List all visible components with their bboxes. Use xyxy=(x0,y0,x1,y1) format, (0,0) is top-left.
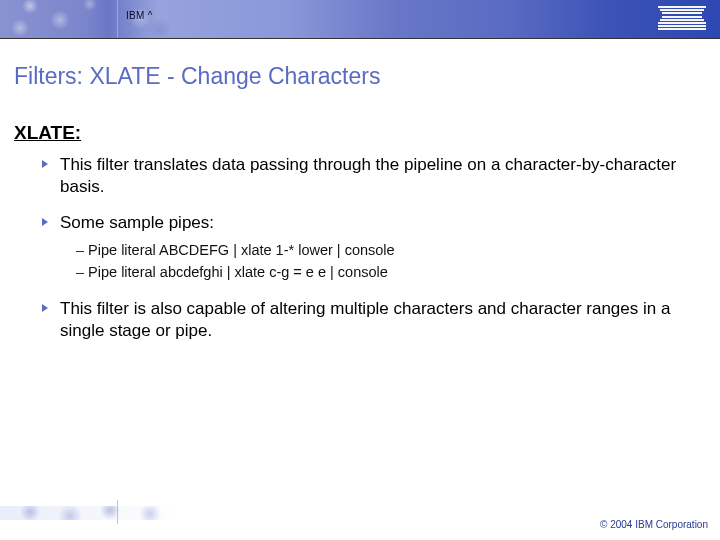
sub-text: Pipe literal abcdefghi | xlate c-g = e e… xyxy=(88,264,388,280)
section-heading: XLATE: xyxy=(14,122,706,144)
content-area: XLATE: This filter translates data passi… xyxy=(14,122,706,342)
sub-item: Pipe literal abcdefghi | xlate c-g = e e… xyxy=(76,262,706,284)
header-bar: IBM ^ xyxy=(0,0,720,38)
brand-left-text: IBM ^ xyxy=(126,10,153,21)
bullet-item: This filter translates data passing thro… xyxy=(42,154,706,198)
bullet-item: This filter is also capable of altering … xyxy=(42,298,706,342)
sub-text: Pipe literal ABCDEFG | xlate 1-* lower |… xyxy=(88,242,395,258)
footer: © 2004 IBM Corporation xyxy=(0,500,720,540)
header-rule xyxy=(0,38,720,39)
bullet-text: Some sample pipes: xyxy=(60,213,214,232)
copyright-text: © 2004 IBM Corporation xyxy=(600,519,708,530)
sub-list: Pipe literal ABCDEFG | xlate 1-* lower |… xyxy=(76,240,706,284)
footer-divider xyxy=(117,500,118,524)
bullet-item: Some sample pipes: Pipe literal ABCDEFG … xyxy=(42,212,706,284)
bullet-text: This filter is also capable of altering … xyxy=(60,299,670,340)
ibm-logo-icon xyxy=(658,6,706,30)
bullet-list: This filter translates data passing thro… xyxy=(42,154,706,342)
sub-item: Pipe literal ABCDEFG | xlate 1-* lower |… xyxy=(76,240,706,262)
bullet-text: This filter translates data passing thro… xyxy=(60,155,676,196)
footer-decoration xyxy=(0,506,180,520)
header-divider xyxy=(117,0,118,38)
page-title: Filters: XLATE - Change Characters xyxy=(14,63,720,90)
